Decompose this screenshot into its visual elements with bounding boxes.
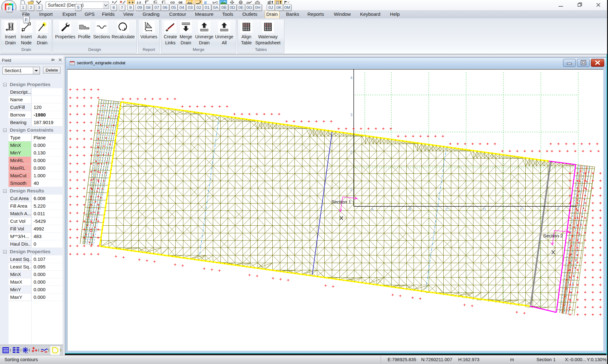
svg-text:Section 1: Section 1 [331, 199, 351, 204]
svg-text:CO: CO [170, 1, 175, 4]
svg-text:4: 4 [350, 76, 352, 80]
svg-text:2: 2 [350, 150, 352, 154]
svg-text:D: D [483, 207, 486, 212]
svg-text:C: C [446, 207, 448, 212]
svg-text:F: F [557, 207, 560, 212]
svg-text:3: 3 [350, 113, 352, 117]
svg-text:1 3: 1 3 [137, 1, 141, 4]
svg-text:Section 2: Section 2 [543, 233, 563, 238]
svg-text:E: E [520, 207, 523, 212]
svg-text:B: B [408, 207, 411, 212]
svg-text:DE: DE [179, 1, 183, 4]
svg-text:A: A [371, 207, 374, 212]
svg-text:1: 1 [350, 187, 352, 191]
